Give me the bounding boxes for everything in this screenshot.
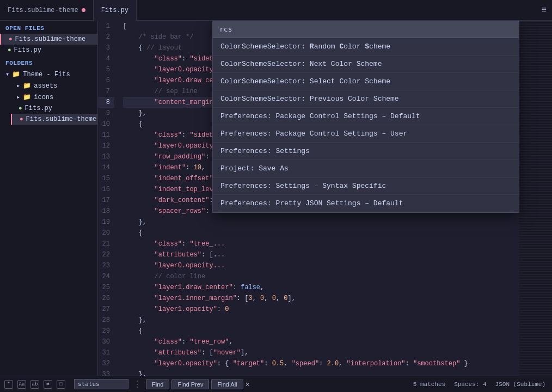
folder-label: assets	[34, 82, 57, 90]
find-button[interactable]: Find	[146, 379, 169, 389]
theme-file-icon: ●	[20, 116, 23, 122]
tab-label: Fits.py	[101, 7, 128, 14]
modified-dot	[82, 8, 85, 12]
code-line: "attributes": ["hover"],	[123, 347, 519, 358]
tab-fits-py[interactable]: Fits.py	[94, 0, 137, 21]
tab-label: Fits.sublime-theme	[8, 7, 78, 14]
code-line: "layer1.inner_margin": [3, 0, 0, 0],	[123, 293, 519, 304]
folder-arrow: ▾	[5, 70, 9, 78]
lang-label: JSON (Sublime)	[495, 381, 545, 388]
code-line: },	[123, 369, 519, 376]
code-line: // color line	[123, 271, 519, 282]
folder-arrow: ▸	[16, 93, 20, 101]
line-num: 28	[98, 315, 114, 326]
code-line: "class": "tree_...	[123, 238, 519, 249]
line-num: 29	[98, 326, 114, 336]
line-num: 16	[98, 184, 114, 195]
code-line: },	[123, 315, 519, 326]
line-num: 14	[98, 162, 114, 173]
status-bar: * Aa ab ⇄ □ ⋮ Find Find Prev Find All ✕ …	[0, 376, 552, 392]
tab-bar: Fits.sublime-theme Fits.py ≡	[0, 0, 552, 21]
line-num: 18	[98, 206, 114, 217]
sidebar-folder-assets[interactable]: ▸ 📁 assets	[11, 80, 97, 91]
find-all-button[interactable]: Find All	[211, 379, 243, 389]
editor-area: 1 2 3 4 5 6 7 8 9 10 11 12 13 14 15 16 1…	[98, 21, 552, 376]
code-line: {	[123, 228, 519, 238]
sidebar-root-folder[interactable]: ▾ 📁 Theme - Fits	[0, 69, 97, 80]
line-num: 21	[98, 238, 114, 249]
line-numbers: 1 2 3 4 5 6 7 8 9 10 11 12 13 14 15 16 1…	[98, 21, 119, 376]
line-num: 17	[98, 195, 114, 206]
cp-item-7[interactable]: Project: Save As	[213, 160, 519, 177]
py-file-icon: ●	[8, 47, 11, 53]
code-line: "class": "tree_row",	[123, 336, 519, 347]
theme-file-icon: ●	[9, 36, 13, 42]
sidebar-file-fits-sublime-theme[interactable]: ● Fits.sublime-theme	[0, 34, 97, 45]
cp-item-1[interactable]: ColorSchemeSelector: Next Color Scheme	[213, 56, 519, 73]
line-num: 33	[98, 369, 114, 376]
minimap	[519, 21, 552, 376]
line-num: 25	[98, 282, 114, 293]
line-num: 23	[98, 260, 114, 271]
cp-item-0[interactable]: ColorSchemeSelector: Random Color Scheme	[213, 38, 519, 56]
cp-item-3[interactable]: ColorSchemeSelector: Previous Color Sche…	[213, 90, 519, 108]
cp-item-8[interactable]: Preferences: Settings – Syntax Specific	[213, 177, 519, 195]
folder-icon: 📁	[23, 82, 31, 90]
sidebar-folder-fits-theme[interactable]: ● Fits.sublime-theme	[11, 114, 97, 125]
line-num: 31	[98, 347, 114, 358]
sidebar-file-fits-py[interactable]: ● Fits.py	[0, 45, 97, 56]
folder-contents: ▸ 📁 assets ▸ 📁 icons ● Fits.py ● Fits.su…	[0, 80, 97, 125]
line-num: 2	[98, 32, 114, 42]
find-input[interactable]	[74, 379, 128, 389]
wrap-icon[interactable]: ⇄	[44, 380, 52, 389]
cp-item-9[interactable]: Preferences: Pretty JSON Settings – Defa…	[213, 195, 519, 212]
command-palette-search[interactable]: rcs	[213, 21, 519, 38]
status-icons: * Aa ab ⇄ □	[0, 380, 70, 389]
minimap-content	[519, 21, 552, 376]
line-num: 13	[98, 151, 114, 162]
tab-menu-button[interactable]: ≡	[536, 5, 552, 15]
open-files-header: OPEN FILES	[0, 21, 97, 34]
matches-label: 5 matches	[409, 381, 445, 388]
root-folder-label: Theme - Fits	[23, 71, 70, 78]
cp-item-2[interactable]: ColorSchemeSelector: Select Color Scheme	[213, 73, 519, 90]
sidebar-filename: Fits.sublime-theme	[15, 35, 86, 43]
line-num: 7	[98, 86, 114, 97]
code-line: "layer0.opacity": { "target": 0.5, "spee…	[123, 358, 519, 369]
find-prev-button[interactable]: Find Prev	[171, 379, 209, 389]
line-num: 19	[98, 217, 114, 228]
case-icon[interactable]: Aa	[17, 380, 26, 389]
line-num: 24	[98, 271, 114, 282]
code-line: },	[123, 217, 519, 228]
word-icon[interactable]: ab	[30, 380, 39, 389]
sidebar-folder-icons[interactable]: ▸ 📁 icons	[11, 91, 97, 103]
line-num: 26	[98, 293, 114, 304]
line-num: 15	[98, 173, 114, 184]
find-options-icon[interactable]: ⋮	[131, 379, 144, 390]
find-close-button[interactable]: ✕	[246, 379, 250, 389]
line-num: 6	[98, 75, 114, 86]
tab-fits-sublime-theme[interactable]: Fits.sublime-theme	[0, 0, 94, 21]
line-num: 11	[98, 130, 114, 140]
line-num: 30	[98, 336, 114, 347]
code-line: {	[123, 326, 519, 336]
line-num: 27	[98, 304, 114, 315]
find-bar: ⋮ Find Find Prev Find All ✕	[70, 379, 402, 390]
line-num: 5	[98, 64, 114, 75]
line-num: 10	[98, 119, 114, 130]
cp-item-4[interactable]: Preferences: Package Control Settings – …	[213, 108, 519, 125]
spaces-label: Spaces: 4	[454, 381, 486, 388]
cp-item-5[interactable]: Preferences: Package Control Settings – …	[213, 125, 519, 143]
line-num: 3	[98, 42, 114, 53]
sidebar-folder-fits-py[interactable]: ● Fits.py	[11, 103, 97, 114]
folder-arrow: ▸	[16, 82, 20, 90]
cp-item-6[interactable]: Preferences: Settings	[213, 143, 519, 160]
context-icon[interactable]: □	[57, 380, 65, 389]
sidebar-filename: Fits.py	[25, 105, 52, 112]
line-num: 4	[98, 53, 114, 64]
py-file-icon: ●	[19, 105, 22, 112]
sidebar-filename: Fits.sublime-theme	[26, 115, 97, 123]
regex-icon[interactable]: *	[4, 380, 13, 389]
line-num: 12	[98, 140, 114, 151]
folders-header: FOLDERS	[0, 56, 97, 69]
